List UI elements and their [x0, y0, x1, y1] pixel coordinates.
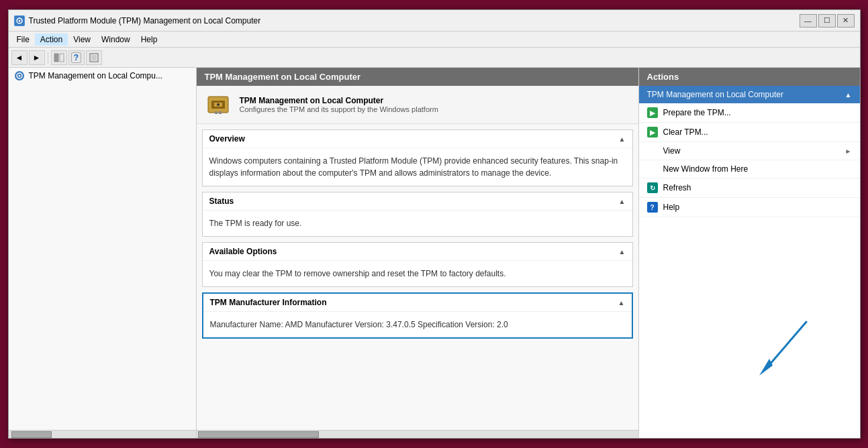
section-options-header[interactable]: Available Options ▲ — [203, 243, 632, 261]
svg-point-9 — [18, 75, 20, 77]
section-overview-content: Windows computers containing a Trusted P… — [203, 148, 632, 186]
section-overview-title: Overview — [209, 134, 245, 144]
section-manufacturer-collapse[interactable]: ▲ — [618, 299, 625, 306]
refresh-label: Refresh — [663, 183, 691, 192]
back-button[interactable]: ◄ — [11, 50, 28, 65]
center-body: Overview ▲ Windows computers containing … — [197, 124, 638, 430]
section-manufacturer-header[interactable]: TPM Manufacturer Information ▲ — [203, 294, 632, 312]
clear-tpm-label: Clear TPM... — [663, 127, 708, 137]
forward-button[interactable]: ► — [29, 50, 45, 65]
tpm-main-icon — [205, 91, 232, 118]
section-options-content: You may clear the TPM to remove ownershi… — [203, 261, 632, 286]
action-refresh[interactable]: ↻ Refresh — [639, 178, 860, 198]
section-manufacturer-title: TPM Manufacturer Information — [210, 298, 327, 307]
action-new-window[interactable]: New Window from Here — [639, 160, 860, 178]
section-options-collapse[interactable]: ▲ — [619, 248, 626, 256]
sidebar: TPM Management on Local Compu... — [9, 68, 197, 438]
window-controls: — ☐ ✕ — [800, 14, 855, 27]
center-scrollbar-thumb[interactable] — [198, 431, 319, 438]
menu-action[interactable]: Action — [35, 34, 68, 46]
menu-file[interactable]: File — [11, 34, 35, 46]
help-toolbar-button[interactable]: ? — [68, 50, 85, 65]
action-view[interactable]: View ► — [639, 142, 860, 160]
svg-rect-6 — [91, 55, 97, 60]
svg-rect-14 — [215, 111, 218, 114]
actions-section-chevron: ▲ — [845, 91, 852, 99]
arrow-annotation — [753, 315, 833, 384]
svg-rect-3 — [54, 54, 58, 62]
action-help[interactable]: ? Help — [639, 198, 860, 217]
section-overview-header[interactable]: Overview ▲ — [203, 130, 632, 148]
section-status-header[interactable]: Status ▲ — [203, 192, 632, 211]
svg-rect-4 — [60, 54, 64, 62]
menu-help[interactable]: Help — [136, 34, 163, 46]
toolbar: ◄ ► ? — [9, 48, 860, 68]
title-bar-left: Trusted Platform Module (TPM) Management… — [14, 15, 261, 26]
actions-section-label: TPM Management on Local Computer — [647, 90, 783, 99]
refresh-icon: ↻ — [647, 182, 658, 193]
center-panel: TPM Management on Local Computer TPM Man… — [197, 68, 638, 438]
prepare-tpm-icon: ▶ — [647, 107, 658, 118]
view-label: View — [663, 146, 681, 156]
section-status-title: Status — [209, 197, 234, 206]
new-window-label: New Window from Here — [663, 164, 749, 174]
center-panel-text: TPM Management on Local Computer Configu… — [240, 96, 438, 113]
actions-panel: Actions TPM Management on Local Computer… — [638, 68, 860, 438]
title-bar: Trusted Platform Module (TPM) Management… — [9, 10, 860, 32]
actions-panel-header: Actions — [639, 68, 860, 86]
svg-rect-15 — [219, 111, 222, 114]
maximize-button[interactable]: ☐ — [818, 14, 836, 27]
svg-point-13 — [217, 103, 220, 106]
section-available-options: Available Options ▲ You may clear the TP… — [202, 242, 633, 287]
show-hide-button[interactable] — [51, 50, 67, 65]
clear-tpm-icon: ▶ — [647, 127, 658, 137]
tpm-subtitle-desc: Configures the TPM and its support by th… — [240, 105, 438, 113]
action-clear-tpm[interactable]: ▶ Clear TPM... — [639, 123, 860, 142]
section-overview: Overview ▲ Windows computers containing … — [202, 129, 633, 186]
svg-line-16 — [766, 322, 806, 369]
tpm-subtitle-name: TPM Management on Local Computer — [240, 96, 438, 105]
section-manufacturer-info: TPM Manufacturer Information ▲ Manufactu… — [202, 292, 633, 339]
sidebar-scrollbar-thumb[interactable] — [11, 431, 52, 438]
center-scrollbar[interactable] — [197, 430, 638, 438]
minimize-button[interactable]: — — [800, 14, 817, 27]
close-button[interactable]: ✕ — [837, 14, 855, 27]
section-status-collapse[interactable]: ▲ — [619, 198, 626, 205]
help-label: Help — [663, 203, 680, 212]
sidebar-scrollbar[interactable] — [9, 430, 196, 438]
app-icon — [14, 15, 25, 26]
center-panel-header: TPM Management on Local Computer — [197, 68, 638, 86]
menu-window[interactable]: Window — [96, 34, 136, 46]
main-content: TPM Management on Local Compu... TPM Man… — [9, 68, 860, 438]
help-icon: ? — [647, 202, 658, 213]
sidebar-item-label: TPM Management on Local Compu... — [29, 71, 162, 80]
sidebar-spacer — [9, 84, 196, 430]
view-submenu-arrow: ► — [845, 148, 852, 155]
svg-point-2 — [18, 19, 20, 21]
main-window: Trusted Platform Module (TPM) Management… — [8, 9, 861, 439]
svg-marker-17 — [759, 359, 773, 376]
center-panel-info: TPM Management on Local Computer Configu… — [197, 86, 638, 124]
sidebar-item-tpm[interactable]: TPM Management on Local Compu... — [9, 68, 196, 84]
window-title: Trusted Platform Module (TPM) Management… — [29, 16, 261, 25]
action-prepare-tpm[interactable]: ▶ Prepare the TPM... — [639, 103, 860, 123]
section-status-content: The TPM is ready for use. — [203, 211, 632, 236]
menu-bar: File Action View Window Help — [9, 32, 860, 48]
section-options-title: Available Options — [209, 247, 277, 256]
section-manufacturer-content: Manufacturer Name: AMD Manufacturer Vers… — [203, 312, 632, 337]
section-status: Status ▲ The TPM is ready for use. — [202, 192, 633, 237]
tpm-sidebar-icon — [14, 70, 25, 81]
actions-section-title: TPM Management on Local Computer ▲ — [639, 86, 860, 103]
menu-view[interactable]: View — [68, 34, 96, 46]
extra-toolbar-button[interactable] — [86, 50, 102, 65]
prepare-tpm-label: Prepare the TPM... — [663, 108, 731, 117]
section-overview-collapse[interactable]: ▲ — [619, 135, 626, 143]
toolbar-separator-1 — [48, 52, 48, 64]
